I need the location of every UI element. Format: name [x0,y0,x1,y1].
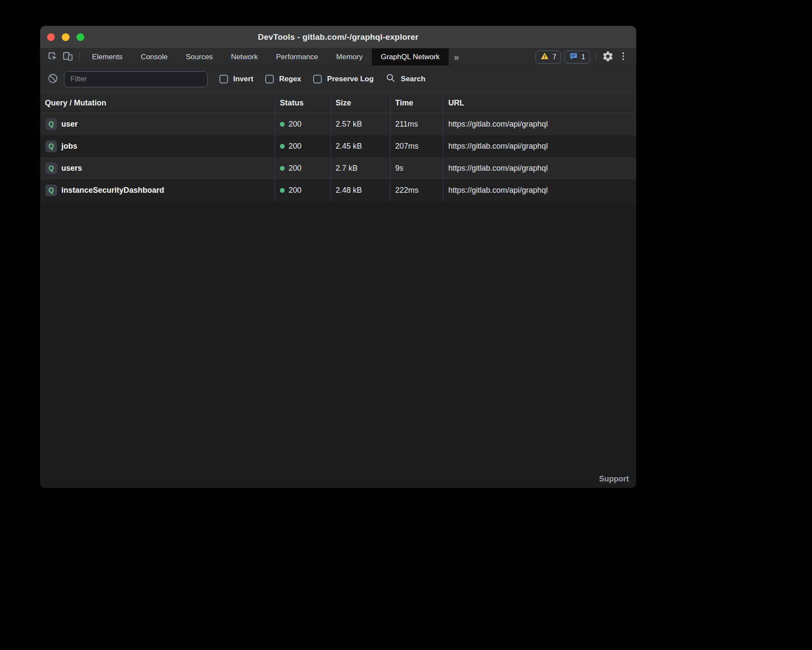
size-cell: 2.57 kB [330,113,390,135]
column-header-size[interactable]: Size [330,93,390,113]
url-cell: https://gitlab.com/api/graphql [443,135,636,157]
settings-button[interactable] [600,48,615,65]
status-cell: 200 [275,135,330,157]
status-code: 200 [289,142,301,151]
status-cell: 200 [275,113,330,135]
status-ok-dot [280,144,285,149]
column-header-status[interactable]: Status [275,93,330,113]
divider [79,52,79,62]
console-warnings-badge[interactable]: 7 [536,51,561,64]
size-cell: 2.45 kB [330,135,390,157]
message-icon [569,52,578,62]
tabbar-spacer [464,48,532,65]
size-cell: 2.48 kB [330,179,390,201]
warning-icon [540,52,549,62]
filter-input[interactable] [64,71,208,87]
time-cell: 207ms [390,135,443,157]
query-type-badge: Q [45,162,57,174]
query-name: instanceSecurityDashboard [61,186,164,195]
tab-sources[interactable]: Sources [177,48,222,65]
url-cell: https://gitlab.com/api/graphql [443,179,636,201]
zoom-window-button[interactable] [76,33,84,41]
regex-checkbox-box[interactable] [265,75,274,83]
divider [596,52,596,62]
more-tabs-button[interactable]: » [449,48,464,65]
tab-elements[interactable]: Elements [83,48,132,65]
titlebar: DevTools - gitlab.com/-/graphql-explorer [40,26,636,48]
regex-label: Regex [279,75,301,83]
inspect-cursor-icon [47,51,58,63]
table-row[interactable]: Q users 200 2.7 kB 9s https://gitlab.com… [40,157,636,179]
query-type-badge: Q [45,140,57,152]
regex-checkbox[interactable]: Regex [265,75,301,83]
url-cell: https://gitlab.com/api/graphql [443,157,636,179]
status-code: 200 [289,186,301,195]
column-header-url[interactable]: URL [443,93,636,113]
query-type-badge: Q [45,118,57,130]
preserve-log-label: Preserve Log [327,75,374,83]
invert-checkbox[interactable]: Invert [219,75,253,83]
more-options-button[interactable] [615,48,631,65]
close-window-button[interactable] [47,33,55,41]
status-ok-dot [280,166,285,171]
status-cell: 200 [275,157,330,179]
circle-slash-icon [48,73,58,85]
warning-count: 7 [552,53,556,61]
status-cell: 200 [275,179,330,201]
preserve-log-checkbox-box[interactable] [313,75,322,83]
tab-performance[interactable]: Performance [267,48,327,65]
tab-network[interactable]: Network [222,48,267,65]
devtools-window: DevTools - gitlab.com/-/graphql-explorer… [40,26,636,488]
column-header-time[interactable]: Time [390,93,443,113]
message-count: 1 [581,53,585,61]
issues-badge[interactable]: 1 [565,51,590,64]
inspect-element-button[interactable] [44,48,60,65]
table-row[interactable]: Q instanceSecurityDashboard 200 2.48 kB … [40,179,636,201]
time-cell: 9s [390,157,443,179]
query-type-badge: Q [45,185,57,196]
query-name-cell: Q instanceSecurityDashboard [40,179,275,201]
tab-console[interactable]: Console [132,48,177,65]
column-header-query-mutation[interactable]: Query / Mutation [40,93,275,113]
status-ok-dot [280,122,285,127]
table-row[interactable]: Q user 200 2.57 kB 211ms https://gitlab.… [40,113,636,135]
status-code: 200 [289,120,301,129]
query-name: jobs [61,142,77,151]
search-icon [386,73,396,85]
query-name-cell: Q jobs [40,135,275,157]
devtools-tabbar: Elements Console Sources Network Perform… [40,48,636,66]
query-name: users [61,164,82,173]
search-button[interactable]: Search [386,73,425,85]
status-code: 200 [289,164,301,173]
clear-requests-button[interactable] [45,73,60,85]
query-name-cell: Q users [40,157,275,179]
gear-icon [602,51,614,64]
status-ok-dot [280,188,285,193]
url-cell: https://gitlab.com/api/graphql [443,113,636,135]
time-cell: 211ms [390,113,443,135]
support-link[interactable]: Support [599,475,629,484]
table-row[interactable]: Q jobs 200 2.45 kB 207ms https://gitlab.… [40,135,636,157]
query-name-cell: Q user [40,113,275,135]
window-title: DevTools - gitlab.com/-/graphql-explorer [258,32,419,42]
kebab-menu-icon [618,51,628,63]
search-label: Search [401,75,425,83]
device-toolbar-button[interactable] [60,48,76,65]
filter-toolbar: Invert Regex Preserve Log Search [40,66,636,93]
invert-label: Invert [233,75,253,83]
preserve-log-checkbox[interactable]: Preserve Log [313,75,374,83]
request-list: Q user 200 2.57 kB 211ms https://gitlab.… [40,113,636,488]
time-cell: 222ms [390,179,443,201]
minimize-window-button[interactable] [62,33,70,41]
table-header: Query / Mutation Status Size Time URL [40,93,636,113]
size-cell: 2.7 kB [330,157,390,179]
invert-checkbox-box[interactable] [219,75,228,83]
query-name: user [61,120,78,129]
device-toolbar-icon [62,51,73,63]
traffic-lights [47,26,84,48]
tab-memory[interactable]: Memory [327,48,371,65]
tab-graphql-network[interactable]: GraphQL Network [372,48,449,65]
